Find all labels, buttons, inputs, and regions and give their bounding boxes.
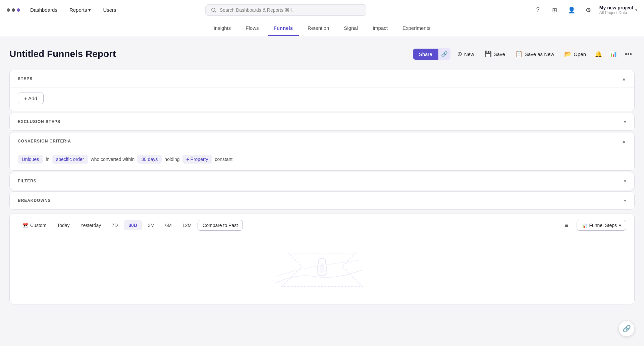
conversion-criteria-chevron-icon: ▲ (622, 138, 626, 144)
filters-panel-header[interactable]: FILTERS ▾ (10, 172, 634, 190)
exclusion-steps-panel: EXCLUSION STEPS ▾ (9, 113, 635, 131)
save-icon: 💾 (484, 50, 492, 58)
more-options-button[interactable]: ••• (622, 49, 635, 59)
help-icon-button[interactable]: ? (532, 4, 544, 16)
open-icon: 📂 (564, 50, 572, 58)
date-bar: 📅 Custom Today Yesterday 7D 30D 3M 6M 12… (10, 214, 634, 237)
settings-icon-button[interactable]: ⚙ (583, 4, 594, 16)
filter-sort-button[interactable]: ≡ (560, 219, 573, 231)
project-name: My new project (599, 5, 633, 10)
custom-date-label: Custom (30, 223, 46, 228)
logo-dot-3 (17, 8, 20, 12)
conversion-criteria-panel-header[interactable]: CONVERSION CRITERIA ▲ (10, 132, 634, 150)
tab-funnels[interactable]: Funnels (268, 21, 299, 36)
exclusion-steps-panel-header[interactable]: EXCLUSION STEPS ▾ (10, 113, 634, 130)
steps-panel-body: + Add (10, 88, 634, 111)
tab-insights[interactable]: Insights (208, 21, 237, 36)
steps-panel-header[interactable]: STEPS ▲ (10, 70, 634, 88)
tab-retention[interactable]: Retention (302, 21, 335, 36)
project-selector[interactable]: My new project All Project Data ▾ (599, 5, 637, 15)
share-group: Share 🔗 (413, 48, 450, 60)
chart-panel: 📅 Custom Today Yesterday 7D 30D 3M 6M 12… (9, 214, 635, 304)
add-step-button[interactable]: + Add (18, 93, 44, 104)
apps-icon: ⊞ (552, 6, 557, 14)
project-sub: All Project Data (599, 10, 633, 15)
calendar-icon: 📅 (22, 223, 28, 228)
sub-nav: Insights Flows Funnels Retention Signal … (0, 20, 644, 37)
who-converted-text: who converted within (91, 157, 135, 162)
specific-order-chip[interactable]: specific order (52, 155, 88, 164)
page-content: Untitled Funnels Report Share 🔗 ⊕ New 💾 … (0, 37, 644, 316)
in-text: in (46, 157, 49, 162)
yesterday-button[interactable]: Yesterday (76, 220, 106, 230)
12m-button[interactable]: 12M (178, 220, 196, 230)
today-button[interactable]: Today (52, 220, 74, 230)
tab-signal[interactable]: Signal (338, 21, 364, 36)
users-icon: 👤 (568, 6, 575, 14)
reports-chevron-icon: ▾ (88, 7, 91, 13)
users-icon-button[interactable]: 👤 (566, 4, 577, 16)
svg-line-1 (215, 11, 216, 12)
breakdowns-panel-title: BREAKDOWNS (18, 198, 51, 203)
conversion-criteria-panel: CONVERSION CRITERIA ▲ Uniques in specifi… (9, 132, 635, 171)
breakdowns-panel-header[interactable]: BREAKDOWNS ▾ (10, 192, 634, 209)
exclusion-steps-panel-title: EXCLUSION STEPS (18, 119, 60, 124)
breakdowns-panel: BREAKDOWNS ▾ (9, 191, 635, 210)
apps-icon-button[interactable]: ⊞ (549, 4, 560, 16)
funnel-steps-label: Funnel Steps (589, 223, 617, 228)
steps-panel: STEPS ▲ + Add (9, 70, 635, 111)
30d-button[interactable]: 30D (124, 220, 142, 230)
custom-date-button[interactable]: 📅 Custom (18, 220, 51, 230)
search-placeholder: Search Dashboards & Reports ⌘K (220, 7, 292, 13)
save-as-new-icon: 📋 (515, 50, 523, 58)
filters-panel: FILTERS ▾ (9, 172, 635, 190)
nav-right: ? ⊞ 👤 ⚙ My new project All Project Data … (532, 4, 637, 16)
nav-dashboards[interactable]: Dashboards (28, 6, 59, 14)
tab-impact[interactable]: Impact (367, 21, 394, 36)
breakdowns-chevron-icon: ▾ (624, 198, 626, 203)
steps-chevron-icon: ▲ (622, 76, 626, 81)
funnel-steps-button[interactable]: 📊 Funnel Steps ▾ (577, 220, 627, 231)
report-title: Untitled Funnels Report (9, 49, 116, 59)
nav-users[interactable]: Users (101, 6, 118, 14)
compare-to-past-button[interactable]: Compare to Past (198, 220, 243, 231)
6m-button[interactable]: 6M (160, 220, 176, 230)
filter-sort-icon: ≡ (565, 222, 568, 229)
report-header: Untitled Funnels Report Share 🔗 ⊕ New 💾 … (9, 48, 635, 60)
search-icon (211, 7, 216, 13)
settings-icon: ⚙ (586, 6, 591, 14)
date-options: 📅 Custom Today Yesterday 7D 30D 3M 6M 12… (18, 220, 243, 231)
property-chip[interactable]: + Property (182, 155, 212, 164)
logo[interactable] (7, 8, 20, 12)
3m-button[interactable]: 3M (143, 220, 159, 230)
notification-button[interactable]: 🔔 (593, 48, 604, 60)
share-button[interactable]: Share (413, 49, 438, 60)
uniques-chip[interactable]: Uniques (18, 155, 43, 164)
logo-dot-2 (12, 8, 15, 12)
save-label: Save (494, 51, 505, 57)
save-button[interactable]: 💾 Save (481, 48, 508, 60)
steps-panel-title: STEPS (18, 76, 33, 81)
nav-reports-label: Reports (69, 7, 87, 13)
tab-flows[interactable]: Flows (239, 21, 265, 36)
date-right: ≡ 📊 Funnel Steps ▾ (560, 219, 627, 231)
tab-experiments[interactable]: Experiments (396, 21, 436, 36)
search-bar[interactable]: Search Dashboards & Reports ⌘K (205, 4, 366, 16)
filters-chevron-icon: ▾ (624, 178, 626, 184)
nav-reports[interactable]: Reports ▾ (67, 6, 93, 14)
exclusion-steps-chevron-icon: ▾ (624, 119, 626, 124)
new-button[interactable]: ⊕ New (454, 48, 478, 60)
chart-icon: 📊 (609, 50, 617, 58)
chart-view-button[interactable]: 📊 (607, 48, 619, 60)
help-icon: ? (536, 6, 540, 13)
report-actions: Share 🔗 ⊕ New 💾 Save 📋 Save as New 📂 Ope… (413, 48, 635, 60)
open-button[interactable]: 📂 Open (561, 48, 589, 60)
holding-text: holding (164, 157, 179, 162)
conversion-criteria-body: Uniques in specific order who converted … (10, 150, 634, 170)
funnel-steps-chevron-icon: ▾ (619, 223, 621, 228)
days-chip[interactable]: 30 days (137, 155, 162, 164)
share-link-button[interactable]: 🔗 (438, 48, 450, 60)
save-as-new-button[interactable]: 📋 Save as New (512, 48, 557, 60)
bell-icon: 🔔 (595, 50, 602, 58)
7d-button[interactable]: 7D (107, 220, 122, 230)
